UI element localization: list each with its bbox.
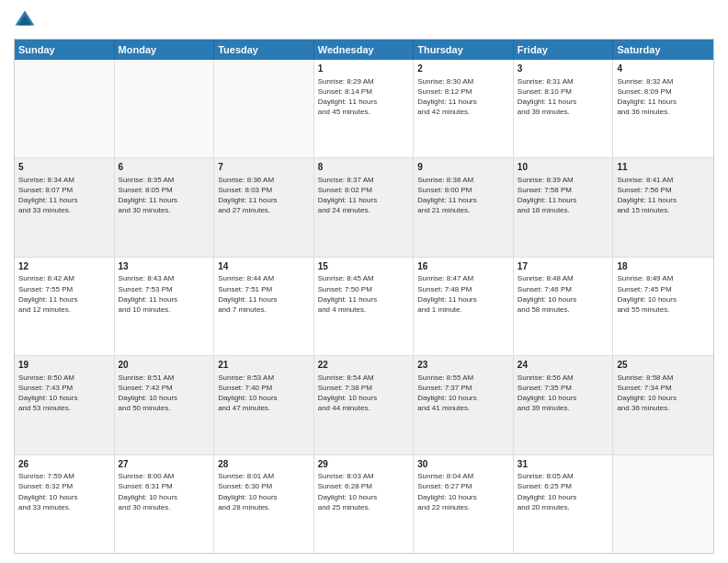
cell-text: Sunrise: 8:53 AM Sunset: 7:40 PM Dayligh…	[218, 373, 310, 414]
calendar-cell: 6Sunrise: 8:35 AM Sunset: 8:05 PM Daylig…	[115, 158, 215, 256]
cell-text: Sunrise: 8:04 AM Sunset: 6:27 PM Dayligh…	[417, 471, 509, 512]
calendar-header-cell: Tuesday	[214, 40, 314, 60]
cell-text: Sunrise: 8:50 AM Sunset: 7:43 PM Dayligh…	[18, 373, 110, 414]
cell-text: Sunrise: 8:34 AM Sunset: 8:07 PM Dayligh…	[18, 175, 110, 216]
calendar-cell: 4Sunrise: 8:32 AM Sunset: 8:09 PM Daylig…	[613, 60, 713, 157]
calendar-cell: 26Sunrise: 7:59 AM Sunset: 6:32 PM Dayli…	[15, 455, 115, 553]
cell-text: Sunrise: 8:48 AM Sunset: 7:46 PM Dayligh…	[518, 273, 609, 315]
cell-text: Sunrise: 8:54 AM Sunset: 7:38 PM Dayligh…	[318, 373, 410, 414]
cell-text: Sunrise: 8:32 AM Sunset: 8:09 PM Dayligh…	[617, 76, 710, 118]
calendar-cell: 7Sunrise: 8:36 AM Sunset: 8:03 PM Daylig…	[214, 158, 314, 256]
calendar-cell: 21Sunrise: 8:53 AM Sunset: 7:40 PM Dayli…	[214, 356, 314, 454]
day-number: 18	[617, 260, 710, 273]
cell-text: Sunrise: 7:59 AM Sunset: 6:32 PM Dayligh…	[18, 471, 110, 512]
day-number: 25	[617, 359, 710, 372]
calendar-header-cell: Monday	[115, 40, 215, 60]
calendar-header-row: SundayMondayTuesdayWednesdayThursdayFrid…	[15, 40, 713, 60]
day-number: 6	[119, 161, 210, 174]
day-number: 12	[18, 260, 110, 273]
cell-text: Sunrise: 8:55 AM Sunset: 7:37 PM Dayligh…	[417, 373, 509, 414]
cell-text: Sunrise: 8:01 AM Sunset: 6:30 PM Dayligh…	[218, 471, 310, 512]
calendar-cell: 22Sunrise: 8:54 AM Sunset: 7:38 PM Dayli…	[314, 356, 415, 454]
cell-text: Sunrise: 8:37 AM Sunset: 8:02 PM Dayligh…	[318, 175, 410, 216]
cell-text: Sunrise: 8:00 AM Sunset: 6:31 PM Dayligh…	[119, 471, 210, 512]
calendar-cell: 19Sunrise: 8:50 AM Sunset: 7:43 PM Dayli…	[15, 356, 115, 454]
day-number: 30	[417, 458, 509, 471]
logo-icon	[14, 9, 36, 31]
day-number: 31	[518, 458, 609, 471]
cell-text: Sunrise: 8:31 AM Sunset: 8:10 PM Dayligh…	[518, 76, 609, 118]
calendar-cell: 15Sunrise: 8:45 AM Sunset: 7:50 PM Dayli…	[314, 258, 415, 355]
cell-text: Sunrise: 8:38 AM Sunset: 8:00 PM Dayligh…	[417, 175, 509, 216]
calendar-cell: 11Sunrise: 8:41 AM Sunset: 7:56 PM Dayli…	[613, 158, 713, 256]
day-number: 1	[318, 63, 410, 75]
calendar-row: 1Sunrise: 8:29 AM Sunset: 8:14 PM Daylig…	[15, 60, 713, 158]
calendar-row: 26Sunrise: 7:59 AM Sunset: 6:32 PM Dayli…	[15, 455, 713, 553]
cell-text: Sunrise: 8:35 AM Sunset: 8:05 PM Dayligh…	[119, 175, 210, 216]
day-number: 11	[617, 161, 710, 174]
calendar-header-cell: Thursday	[414, 40, 514, 60]
day-number: 8	[318, 161, 410, 174]
calendar-cell	[214, 60, 314, 157]
day-number: 2	[417, 63, 509, 75]
day-number: 15	[318, 260, 410, 273]
calendar-header-cell: Sunday	[15, 40, 115, 60]
calendar-cell	[15, 60, 115, 157]
day-number: 28	[218, 458, 310, 471]
day-number: 26	[18, 458, 110, 471]
header	[14, 9, 714, 31]
day-number: 22	[318, 359, 410, 372]
calendar-cell: 14Sunrise: 8:44 AM Sunset: 7:51 PM Dayli…	[214, 258, 314, 355]
cell-text: Sunrise: 8:41 AM Sunset: 7:56 PM Dayligh…	[617, 175, 710, 216]
cell-text: Sunrise: 8:29 AM Sunset: 8:14 PM Dayligh…	[318, 76, 410, 118]
cell-text: Sunrise: 8:30 AM Sunset: 8:12 PM Dayligh…	[417, 76, 509, 118]
calendar: SundayMondayTuesdayWednesdayThursdayFrid…	[14, 39, 714, 554]
calendar-header-cell: Saturday	[613, 40, 713, 60]
calendar-body: 1Sunrise: 8:29 AM Sunset: 8:14 PM Daylig…	[15, 60, 713, 553]
day-number: 3	[518, 63, 609, 75]
calendar-cell: 20Sunrise: 8:51 AM Sunset: 7:42 PM Dayli…	[115, 356, 215, 454]
cell-text: Sunrise: 8:03 AM Sunset: 6:28 PM Dayligh…	[318, 471, 410, 512]
logo	[14, 9, 40, 31]
day-number: 21	[218, 359, 310, 372]
day-number: 5	[18, 161, 110, 174]
calendar-cell: 3Sunrise: 8:31 AM Sunset: 8:10 PM Daylig…	[514, 60, 614, 157]
day-number: 24	[518, 359, 609, 372]
day-number: 14	[218, 260, 310, 273]
day-number: 13	[119, 260, 210, 273]
calendar-cell: 27Sunrise: 8:00 AM Sunset: 6:31 PM Dayli…	[115, 455, 215, 553]
day-number: 29	[318, 458, 410, 471]
day-number: 4	[617, 63, 710, 75]
calendar-cell: 2Sunrise: 8:30 AM Sunset: 8:12 PM Daylig…	[414, 60, 514, 157]
day-number: 20	[119, 359, 210, 372]
day-number: 27	[119, 458, 210, 471]
cell-text: Sunrise: 8:45 AM Sunset: 7:50 PM Dayligh…	[318, 273, 410, 315]
page: SundayMondayTuesdayWednesdayThursdayFrid…	[0, 0, 728, 563]
day-number: 19	[18, 359, 110, 372]
cell-text: Sunrise: 8:05 AM Sunset: 6:25 PM Dayligh…	[518, 471, 609, 512]
cell-text: Sunrise: 8:58 AM Sunset: 7:34 PM Dayligh…	[617, 373, 710, 414]
calendar-cell: 10Sunrise: 8:39 AM Sunset: 7:58 PM Dayli…	[514, 158, 614, 256]
cell-text: Sunrise: 8:39 AM Sunset: 7:58 PM Dayligh…	[518, 175, 609, 216]
day-number: 9	[417, 161, 509, 174]
cell-text: Sunrise: 8:36 AM Sunset: 8:03 PM Dayligh…	[218, 175, 310, 216]
day-number: 23	[417, 359, 509, 372]
day-number: 16	[417, 260, 509, 273]
cell-text: Sunrise: 8:43 AM Sunset: 7:53 PM Dayligh…	[119, 273, 210, 315]
calendar-cell: 24Sunrise: 8:56 AM Sunset: 7:35 PM Dayli…	[514, 356, 614, 454]
calendar-header-cell: Wednesday	[314, 40, 415, 60]
cell-text: Sunrise: 8:56 AM Sunset: 7:35 PM Dayligh…	[518, 373, 609, 414]
calendar-cell: 25Sunrise: 8:58 AM Sunset: 7:34 PM Dayli…	[613, 356, 713, 454]
calendar-cell	[115, 60, 215, 157]
calendar-cell: 18Sunrise: 8:49 AM Sunset: 7:45 PM Dayli…	[613, 258, 713, 355]
day-number: 17	[518, 260, 609, 273]
day-number: 10	[518, 161, 609, 174]
calendar-cell: 1Sunrise: 8:29 AM Sunset: 8:14 PM Daylig…	[314, 60, 415, 157]
calendar-cell: 31Sunrise: 8:05 AM Sunset: 6:25 PM Dayli…	[514, 455, 614, 553]
calendar-cell: 23Sunrise: 8:55 AM Sunset: 7:37 PM Dayli…	[414, 356, 514, 454]
calendar-cell: 30Sunrise: 8:04 AM Sunset: 6:27 PM Dayli…	[414, 455, 514, 553]
calendar-cell: 12Sunrise: 8:42 AM Sunset: 7:55 PM Dayli…	[15, 258, 115, 355]
calendar-cell	[613, 455, 713, 553]
calendar-cell: 8Sunrise: 8:37 AM Sunset: 8:02 PM Daylig…	[314, 158, 415, 256]
cell-text: Sunrise: 8:49 AM Sunset: 7:45 PM Dayligh…	[617, 273, 710, 315]
